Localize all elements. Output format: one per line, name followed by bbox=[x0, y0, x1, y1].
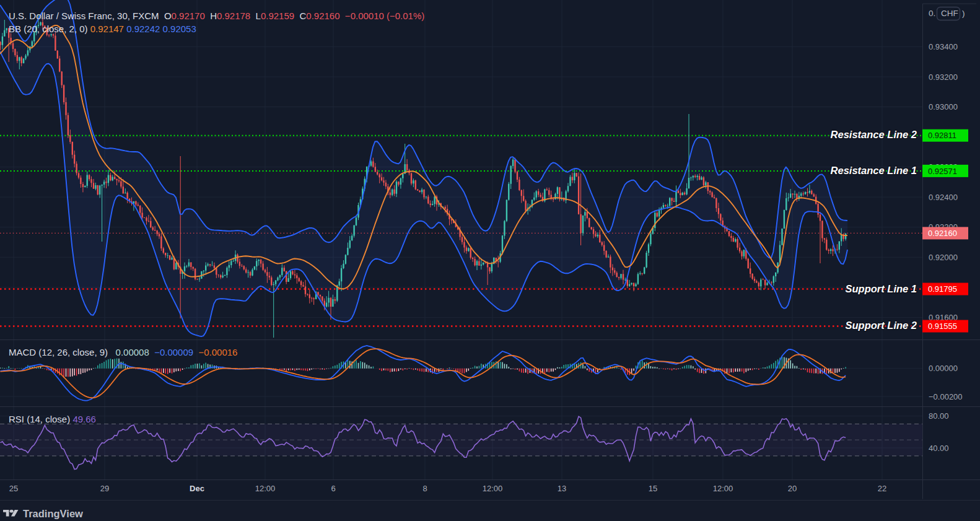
svg-text:0.00000: 0.00000 bbox=[929, 364, 958, 373]
svg-text:Resistance Line 1: Resistance Line 1 bbox=[831, 165, 917, 176]
svg-text:25: 25 bbox=[9, 484, 18, 493]
svg-text:TradingView: TradingView bbox=[23, 508, 83, 519]
svg-text:6: 6 bbox=[331, 484, 335, 493]
svg-text:0.92160: 0.92160 bbox=[928, 229, 957, 238]
svg-text:CHF: CHF bbox=[941, 9, 958, 18]
svg-text:0.92000: 0.92000 bbox=[929, 253, 958, 262]
svg-text:MACD (12, 26, close, 9) 0.00: MACD (12, 26, close, 9) 0.00008 −0.00009… bbox=[9, 347, 237, 357]
svg-text:0.91555: 0.91555 bbox=[928, 322, 957, 331]
svg-text:12:00: 12:00 bbox=[713, 484, 733, 493]
svg-text:0.92571: 0.92571 bbox=[928, 167, 957, 176]
svg-text:12:00: 12:00 bbox=[255, 484, 276, 493]
svg-text:13: 13 bbox=[558, 484, 566, 493]
svg-text:80.00: 80.00 bbox=[929, 411, 949, 421]
svg-text:−0.00200: −0.00200 bbox=[929, 392, 963, 401]
svg-text:0.91795: 0.91795 bbox=[928, 284, 957, 294]
svg-text:0.92400: 0.92400 bbox=[929, 193, 958, 202]
svg-text:RSI (14, close) 49.66: RSI (14, close) 49.66 bbox=[9, 414, 96, 424]
svg-text:Resistance Line 2: Resistance Line 2 bbox=[831, 129, 917, 140]
svg-text:0.93400: 0.93400 bbox=[929, 42, 958, 51]
svg-text:29: 29 bbox=[100, 484, 109, 493]
svg-text:Support Line 2: Support Line 2 bbox=[846, 320, 917, 331]
svg-text:22: 22 bbox=[878, 484, 886, 493]
svg-text:Dec: Dec bbox=[190, 484, 204, 493]
svg-text:20: 20 bbox=[788, 484, 797, 493]
svg-text:0.93200: 0.93200 bbox=[929, 72, 958, 82]
svg-text:0.93000: 0.93000 bbox=[929, 102, 958, 112]
svg-text:0.: 0. bbox=[929, 9, 935, 18]
svg-text:8: 8 bbox=[422, 484, 427, 493]
svg-text:): ) bbox=[962, 9, 965, 18]
svg-text:15: 15 bbox=[649, 484, 657, 493]
svg-text:40.00: 40.00 bbox=[929, 444, 949, 453]
svg-text:BB (20, close, 2, 0) 0.92147 0: BB (20, close, 2, 0) 0.92147 0.92242 0.9… bbox=[9, 24, 196, 34]
svg-text:0.92811: 0.92811 bbox=[928, 131, 956, 140]
svg-text:12:00: 12:00 bbox=[483, 484, 503, 493]
svg-text:Support Line 1: Support Line 1 bbox=[846, 283, 917, 294]
svg-text:U.S. Dollar / Swiss Franc, 30,: U.S. Dollar / Swiss Franc, 30, FXCM O0.9… bbox=[9, 11, 424, 21]
